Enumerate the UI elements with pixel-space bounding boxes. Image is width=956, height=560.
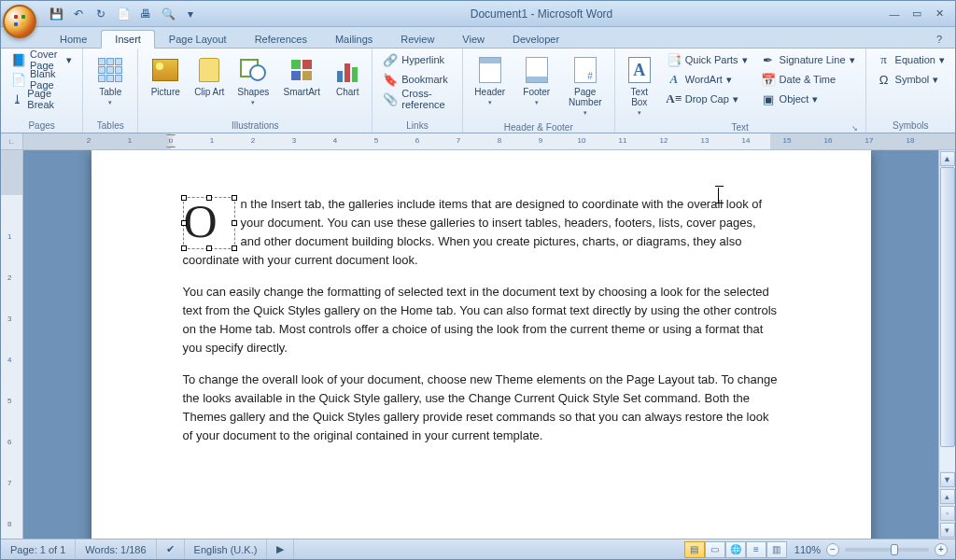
qat-customize[interactable]: ▾ bbox=[182, 6, 199, 22]
resize-handle-nw[interactable] bbox=[181, 195, 187, 201]
paragraph-1-text: n the Insert tab, the galleries include … bbox=[183, 197, 763, 267]
group-pages-label: Pages bbox=[7, 119, 77, 133]
zoom-knob[interactable] bbox=[891, 544, 898, 555]
tab-mailings[interactable]: Mailings bbox=[321, 30, 387, 48]
footer-button[interactable]: Footer▾ bbox=[515, 50, 558, 111]
tab-page-layout[interactable]: Page Layout bbox=[155, 30, 241, 48]
resize-handle-e[interactable] bbox=[232, 220, 237, 226]
office-button[interactable] bbox=[3, 5, 36, 38]
qat-print[interactable]: 🖶 bbox=[137, 6, 154, 22]
resize-handle-w[interactable] bbox=[181, 220, 187, 226]
minimize-button[interactable]: — bbox=[884, 7, 905, 21]
tab-selector[interactable]: ∟ bbox=[1, 133, 23, 149]
shapes-button[interactable]: Shapes▾ bbox=[232, 50, 274, 111]
object-button[interactable]: ▣Object▾ bbox=[756, 90, 860, 108]
status-language[interactable]: English (U.K.) bbox=[185, 539, 268, 559]
scroll-track[interactable] bbox=[940, 167, 955, 471]
resize-handle-sw[interactable] bbox=[181, 245, 187, 251]
prev-page-button[interactable]: ▴ bbox=[940, 489, 955, 504]
quickparts-label: Quick Parts bbox=[685, 54, 738, 65]
group-header-footer: Header▾ Footer▾ Page Number▾ Header & Fo… bbox=[463, 49, 615, 133]
qat-redo[interactable]: ↻ bbox=[92, 6, 109, 22]
qat-preview[interactable]: 🔍 bbox=[160, 6, 176, 22]
header-button[interactable]: Header▾ bbox=[469, 50, 512, 111]
text-dialog-launcher[interactable]: ↘ bbox=[851, 124, 860, 133]
textbox-icon: A bbox=[625, 55, 654, 85]
bookmark-button[interactable]: 🔖Bookmark bbox=[378, 70, 457, 89]
zoom-value[interactable]: 110% bbox=[794, 544, 821, 555]
horizontal-ruler[interactable]: ∟ 210123456789101112131415161718 bbox=[1, 133, 955, 150]
status-proofing[interactable]: ✔ bbox=[157, 539, 185, 559]
clipart-button[interactable]: Clip Art bbox=[190, 50, 228, 102]
signature-button[interactable]: ✒Signature Line▾ bbox=[756, 50, 860, 69]
datetime-label: Date & Time bbox=[780, 74, 836, 85]
object-label: Object bbox=[780, 93, 809, 105]
page-break-button[interactable]: ⤓Page Break bbox=[7, 90, 77, 108]
tab-insert[interactable]: Insert bbox=[101, 30, 155, 49]
hyperlink-button[interactable]: 🔗Hyperlink bbox=[378, 50, 457, 69]
zoom-in-button[interactable]: + bbox=[935, 543, 948, 556]
wordart-button[interactable]: AWordArt▾ bbox=[662, 70, 752, 89]
tab-home[interactable]: Home bbox=[46, 30, 101, 48]
paragraph-2[interactable]: You can easily change the formatting of … bbox=[183, 283, 780, 357]
next-page-button[interactable]: ▾ bbox=[940, 523, 955, 538]
page-number-label: Page Number bbox=[565, 87, 606, 107]
page-area[interactable]: O n the Insert tab, the galleries includ… bbox=[23, 150, 938, 539]
crossref-button[interactable]: 📎Cross-reference bbox=[378, 90, 457, 108]
textbox-button[interactable]: AText Box▾ bbox=[621, 50, 658, 121]
view-print-layout[interactable]: ▤ bbox=[684, 541, 705, 558]
tab-developer[interactable]: Developer bbox=[499, 30, 573, 48]
close-button[interactable]: ✕ bbox=[929, 7, 949, 21]
dropcap-button[interactable]: A≡Drop Cap▾ bbox=[662, 90, 752, 108]
scroll-up-button[interactable]: ▲ bbox=[940, 151, 955, 166]
object-icon: ▣ bbox=[761, 91, 776, 106]
view-web[interactable]: 🌐 bbox=[725, 541, 746, 558]
blank-page-button[interactable]: 📄Blank Page bbox=[7, 70, 77, 89]
scroll-thumb[interactable] bbox=[940, 167, 955, 447]
resize-handle-n[interactable] bbox=[206, 195, 212, 201]
datetime-button[interactable]: 📅Date & Time bbox=[756, 70, 860, 89]
chart-button[interactable]: Chart bbox=[329, 50, 366, 102]
browse-object-button[interactable]: ◦ bbox=[940, 506, 955, 521]
qat-save[interactable]: 💾 bbox=[48, 6, 64, 22]
quickparts-button[interactable]: 📑Quick Parts▾ bbox=[662, 50, 752, 69]
help-button[interactable]: ? bbox=[931, 31, 948, 48]
picture-icon bbox=[150, 55, 180, 85]
equation-icon: π bbox=[877, 52, 892, 67]
symbol-button[interactable]: ΩSymbol▾ bbox=[872, 70, 949, 89]
smartart-button[interactable]: SmartArt bbox=[278, 50, 325, 102]
restore-button[interactable]: ▭ bbox=[907, 7, 927, 21]
bookmark-icon: 🔖 bbox=[383, 72, 398, 87]
paragraph-3[interactable]: To change the overall look of your docum… bbox=[183, 371, 780, 445]
footer-label: Footer bbox=[523, 87, 550, 97]
resize-handle-s[interactable] bbox=[206, 245, 212, 251]
resize-handle-se[interactable] bbox=[232, 245, 237, 251]
view-draft[interactable]: ▥ bbox=[766, 541, 787, 558]
status-words[interactable]: Words: 1/186 bbox=[76, 539, 156, 559]
equation-button[interactable]: πEquation▾ bbox=[872, 50, 949, 69]
zoom-out-button[interactable]: − bbox=[826, 543, 839, 556]
paragraph-1[interactable]: O n the Insert tab, the galleries includ… bbox=[183, 195, 780, 270]
view-outline[interactable]: ≡ bbox=[746, 541, 766, 558]
vertical-scrollbar[interactable]: ▲ ▼ ▴ ◦ ▾ bbox=[938, 150, 955, 539]
document-page[interactable]: O n the Insert tab, the galleries includ… bbox=[91, 150, 871, 539]
tab-references[interactable]: References bbox=[241, 30, 321, 48]
resize-handle-ne[interactable] bbox=[232, 195, 237, 201]
cover-page-button[interactable]: 📘Cover Page▾ bbox=[7, 50, 77, 69]
tab-view[interactable]: View bbox=[448, 30, 499, 48]
view-fullscreen[interactable]: ▭ bbox=[705, 541, 725, 558]
table-button[interactable]: Table ▾ bbox=[89, 50, 132, 111]
qat-undo[interactable]: ↶ bbox=[70, 6, 87, 22]
status-page[interactable]: Page: 1 of 1 bbox=[1, 539, 76, 559]
vertical-ruler[interactable]: 123456789101112 bbox=[1, 150, 23, 539]
page-number-button[interactable]: Page Number▾ bbox=[562, 50, 609, 121]
picture-button[interactable]: Picture bbox=[144, 50, 187, 102]
qat-new[interactable]: 📄 bbox=[115, 6, 132, 22]
dropcap-frame[interactable]: O bbox=[183, 197, 235, 249]
scroll-down-button[interactable]: ▼ bbox=[940, 472, 955, 487]
macro-icon: ▶ bbox=[276, 543, 284, 555]
tab-review[interactable]: Review bbox=[387, 30, 448, 48]
page-break-icon: ⤓ bbox=[11, 91, 23, 106]
status-macro[interactable]: ▶ bbox=[267, 539, 294, 559]
zoom-slider[interactable] bbox=[845, 548, 929, 552]
